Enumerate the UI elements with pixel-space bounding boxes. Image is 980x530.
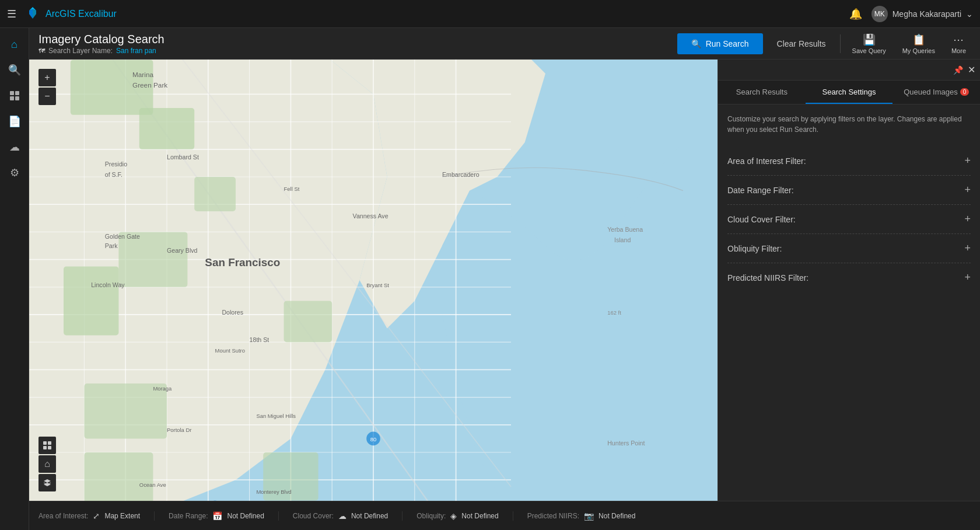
filter-aoi[interactable]: Area of Interest Filter: + — [727, 147, 971, 176]
save-query-button[interactable]: 💾 Save Query — [848, 33, 891, 54]
svg-text:Yerba Buena: Yerba Buena — [607, 226, 643, 233]
avatar: MK — [872, 6, 888, 22]
notification-icon[interactable]: 🔔 — [849, 8, 862, 20]
svg-text:Vanness Ave: Vanness Ave — [353, 212, 388, 219]
status-date-range: Date Range: 📅 Not Defined — [155, 511, 279, 521]
svg-rect-37 — [118, 232, 187, 287]
basemap-gallery-button[interactable] — [38, 437, 56, 454]
svg-rect-40 — [84, 383, 167, 438]
user-menu[interactable]: MK Megha Kakaraparti ⌄ — [872, 6, 973, 22]
svg-text:Moraga: Moraga — [153, 385, 172, 392]
queued-badge: 0 — [960, 88, 970, 96]
map-svg: San Francisco Marina Green Park Presidio… — [29, 60, 718, 501]
my-queries-button[interactable]: 📋 My Queries — [898, 33, 940, 54]
svg-text:Geary Blvd: Geary Blvd — [167, 247, 198, 254]
tab-search-results[interactable]: Search Results — [718, 81, 806, 104]
layer-value[interactable]: San fran pan — [116, 47, 156, 55]
svg-rect-77 — [48, 446, 51, 449]
svg-text:Lombard St: Lombard St — [167, 154, 199, 161]
map-area[interactable]: San Francisco Marina Green Park Presidio… — [29, 60, 718, 501]
filter-obliquity[interactable]: Obliquity Filter: + — [727, 234, 971, 263]
map-container[interactable]: San Francisco Marina Green Park Presidio… — [29, 60, 718, 501]
svg-text:San Francisco: San Francisco — [205, 256, 280, 269]
tab-queued-images[interactable]: Queued Images 0 — [892, 81, 980, 104]
svg-text:18th St: 18th St — [250, 336, 270, 343]
svg-text:162 ft: 162 ft — [607, 309, 621, 316]
svg-text:Portola Dr: Portola Dr — [167, 427, 191, 433]
sidebar-item-upload[interactable]: ☁ — [3, 135, 26, 159]
map-controls-bottom: ⌂ — [38, 437, 56, 491]
svg-text:Island: Island — [614, 236, 631, 243]
svg-rect-35 — [139, 108, 194, 149]
status-predicted-niirs: Predicted NIIRS: 📷 Not Defined — [513, 511, 650, 521]
bottom-bar: Area of Interest: ⤢ Map Extent Date Rang… — [29, 501, 980, 530]
zoom-out-button[interactable]: − — [38, 88, 56, 105]
title-area: Imagery Catalog Search 🗺 Search Layer Na… — [38, 33, 670, 55]
zoom-in-button[interactable]: + — [38, 69, 56, 86]
filter-niirs-add-icon[interactable]: + — [964, 271, 971, 284]
sidebar-item-home[interactable]: ⌂ — [3, 33, 26, 56]
filter-obliquity-add-icon[interactable]: + — [964, 242, 971, 254]
filter-date-range[interactable]: Date Range Filter: + — [727, 176, 971, 205]
layer-row: 🗺 Search Layer Name: San fran pan — [38, 47, 670, 55]
layer-icon: 🗺 — [38, 47, 45, 54]
filter-aoi-add-icon[interactable]: + — [964, 155, 971, 167]
status-obliquity: Obliquity: ◈ Not Defined — [402, 511, 513, 521]
sidebar-item-settings[interactable]: ⚙ — [3, 161, 26, 184]
filter-predicted-niirs[interactable]: Predicted NIIRS Filter: + — [727, 263, 971, 292]
search-icon: 🔍 — [691, 39, 701, 48]
run-search-button[interactable]: 🔍 Run Search — [677, 33, 763, 54]
user-dropdown-icon: ⌄ — [966, 9, 973, 19]
header-divider — [840, 34, 841, 53]
svg-rect-74 — [43, 441, 47, 445]
sidebar-item-search[interactable]: 🔍 — [3, 58, 26, 82]
left-sidebar: ⌂ 🔍 📄 ☁ ⚙ — [0, 28, 29, 530]
svg-text:80: 80 — [370, 436, 376, 442]
obliquity-icon: ◈ — [450, 511, 457, 521]
sidebar-item-layers[interactable] — [3, 84, 26, 107]
more-button[interactable]: ⋯ More — [947, 33, 971, 54]
hamburger-menu[interactable]: ☰ — [7, 8, 16, 20]
right-panel: 📌 ✕ Search Results Search Settings Queue… — [718, 60, 980, 530]
header-bar: Imagery Catalog Search 🗺 Search Layer Na… — [29, 28, 980, 60]
app-logo — [24, 6, 41, 22]
svg-text:Bryant St: Bryant St — [366, 282, 389, 288]
svg-rect-0 — [10, 91, 14, 95]
svg-text:San Miguel Hills: San Miguel Hills — [256, 413, 296, 419]
svg-text:Embarcadero: Embarcadero — [442, 171, 480, 178]
svg-rect-76 — [43, 446, 47, 449]
panel-description: Customize your search by applying filter… — [727, 114, 971, 135]
svg-text:Dolores: Dolores — [222, 309, 243, 316]
close-panel-button[interactable]: ✕ — [968, 64, 975, 75]
sidebar-item-contents[interactable]: 📄 — [3, 110, 26, 133]
queries-icon: 📋 — [912, 33, 925, 46]
svg-text:Golden Gate: Golden Gate — [105, 233, 140, 240]
svg-text:Green Park: Green Park — [132, 81, 167, 89]
svg-rect-36 — [194, 177, 236, 211]
svg-rect-3 — [15, 96, 19, 100]
svg-text:Presidio: Presidio — [105, 161, 127, 168]
svg-text:Park: Park — [105, 242, 118, 249]
filter-cloud-add-icon[interactable]: + — [964, 213, 971, 225]
tab-search-settings[interactable]: Search Settings — [806, 81, 893, 104]
clear-results-button[interactable]: Clear Results — [770, 39, 833, 48]
filter-date-add-icon[interactable]: + — [964, 184, 971, 196]
svg-text:Ocean Ave: Ocean Ave — [139, 482, 166, 488]
svg-rect-75 — [48, 441, 51, 445]
svg-rect-41 — [84, 452, 153, 501]
svg-text:Marina: Marina — [132, 71, 153, 78]
home-button[interactable]: ⌂ — [38, 455, 56, 473]
filter-cloud-cover[interactable]: Cloud Cover Filter: + — [727, 205, 971, 234]
top-navbar: ☰ ArcGIS Excalibur 🔔 MK Megha Kakarapart… — [0, 0, 980, 28]
status-aoi: Area of Interest: ⤢ Map Extent — [38, 511, 155, 521]
pin-icon[interactable]: 📌 — [953, 65, 963, 75]
date-icon: 📅 — [212, 511, 222, 521]
cloud-icon: ☁ — [338, 511, 346, 521]
user-name: Megha Kakaraparti — [892, 9, 961, 19]
layer-label: Search Layer Name: — [48, 47, 113, 55]
page-title: Imagery Catalog Search — [38, 33, 670, 46]
app-name: ArcGIS Excalibur — [46, 9, 117, 19]
status-cloud-cover: Cloud Cover: ☁ Not Defined — [279, 511, 402, 521]
panel-pin-bar: 📌 ✕ — [718, 60, 980, 81]
layers-button[interactable] — [38, 474, 56, 491]
